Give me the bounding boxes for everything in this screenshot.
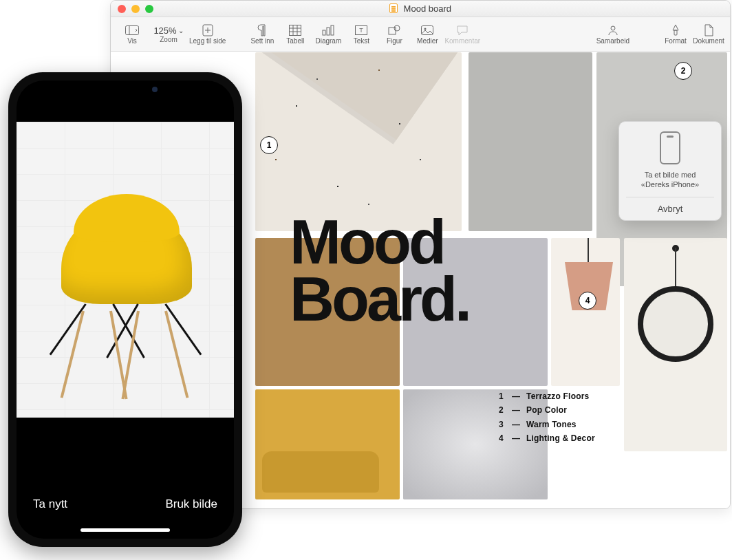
minimize-window-button[interactable]	[131, 5, 140, 13]
legend-row: 2— Pop Color	[499, 403, 616, 417]
plus-page-icon	[201, 23, 215, 37]
brush-icon	[669, 23, 682, 37]
badge-2: 2	[674, 62, 692, 80]
document-label: Dokument	[693, 37, 724, 45]
zoom-value: 125% ⌄	[153, 25, 183, 36]
svg-rect-5	[290, 25, 301, 36]
camera-action-bar: Ta nytt Bruk bilde	[17, 497, 234, 511]
window-title: Mood board	[111, 3, 730, 14]
table-button[interactable]: Tabell	[279, 19, 311, 50]
view-label: Vis	[127, 37, 137, 45]
round-mirror-icon	[638, 286, 713, 362]
pages-doc-icon	[389, 3, 398, 13]
textbox-icon: T	[354, 23, 368, 37]
chart-icon	[321, 23, 335, 37]
view-icon	[125, 23, 139, 37]
legend-label: Lighting & Decor	[526, 431, 595, 445]
tile-sofa[interactable]	[255, 389, 400, 499]
shape-label: Figur	[387, 37, 402, 45]
titlebar: Mood board	[111, 1, 730, 17]
badge-4: 4	[579, 292, 596, 310]
svg-rect-17	[422, 26, 433, 35]
tile-lamp[interactable]	[551, 238, 620, 386]
text-button[interactable]: T Tekst	[345, 19, 377, 50]
legend-row: 3— Warm Tones	[499, 418, 616, 431]
tile-terrazzo[interactable]	[255, 52, 462, 231]
lamp-cord	[588, 238, 589, 263]
mirror-hanger	[675, 248, 676, 288]
add-page-label: Legg til side	[189, 37, 226, 45]
badge-1: 1	[260, 136, 278, 154]
home-indicator[interactable]	[80, 528, 170, 532]
camera-preview[interactable]	[17, 122, 234, 418]
retake-button[interactable]: Ta nytt	[33, 497, 67, 511]
chevron-down-icon: ⌄	[178, 27, 184, 34]
use-photo-button[interactable]: Bruk bilde	[165, 497, 217, 511]
iphone-notch	[74, 80, 177, 98]
collaborate-button[interactable]: Samarbeid	[596, 19, 629, 50]
svg-rect-10	[323, 30, 325, 35]
shape-icon	[387, 23, 401, 37]
collaborate-label: Samarbeid	[596, 37, 629, 45]
legend-list: 1— Terrazzo Floors 2— Pop Color 3— Warm …	[499, 389, 616, 446]
tile-mirror[interactable]	[624, 238, 727, 451]
comment-button[interactable]: Kommentar	[444, 19, 480, 50]
document-button[interactable]: Dokument	[693, 19, 724, 50]
continuity-camera-popover: Ta et bilde med «Dereks iPhone» Avbryt	[618, 121, 722, 221]
svg-rect-12	[331, 25, 334, 35]
zoom-label: Zoom	[160, 36, 177, 43]
legend-label: Terrazzo Floors	[526, 389, 589, 403]
iphone-outline-icon	[660, 131, 680, 164]
iphone-screen: Ta nytt Bruk bilde	[17, 80, 234, 539]
svg-rect-20	[674, 30, 677, 35]
zoom-dropdown[interactable]: 125% ⌄ Zoom	[149, 19, 188, 50]
comment-icon	[455, 23, 469, 37]
shape-button[interactable]: Figur	[378, 19, 410, 50]
toolbar: Vis 125% ⌄ Zoom Legg til side Sett inn	[111, 17, 730, 52]
insert-label: Sett inn	[250, 37, 274, 45]
table-label: Tabell	[286, 37, 304, 45]
traffic-lights	[111, 5, 153, 13]
chart-label: Diagram	[315, 37, 341, 45]
svg-text:T: T	[360, 27, 364, 34]
iphone-device: Ta nytt Bruk bilde	[8, 72, 242, 547]
format-label: Format	[665, 37, 687, 45]
insert-button[interactable]: Sett inn	[246, 19, 278, 50]
close-window-button[interactable]	[118, 5, 126, 13]
media-button[interactable]: Medier	[411, 19, 443, 50]
media-label: Medier	[417, 37, 438, 45]
add-page-button[interactable]: Legg til side	[189, 19, 226, 50]
pilcrow-icon	[255, 23, 269, 37]
legend-label: Warm Tones	[526, 418, 577, 431]
moodboard-heading[interactable]: Mood Board.	[290, 214, 469, 328]
format-button[interactable]: Format	[660, 19, 691, 50]
legend-row: 1— Terrazzo Floors	[499, 389, 616, 403]
legend-row: 4— Lighting & Decor	[499, 431, 616, 445]
legend-label: Pop Color	[526, 403, 567, 417]
text-label: Tekst	[354, 37, 369, 45]
view-button[interactable]: Vis	[116, 19, 148, 50]
svg-rect-11	[327, 28, 330, 35]
svg-point-18	[424, 28, 427, 30]
yellow-chair-photo	[54, 187, 199, 394]
svg-point-19	[611, 26, 615, 30]
heading-line2: Board.	[290, 271, 469, 328]
comment-label: Kommentar	[444, 37, 480, 45]
table-icon	[288, 23, 302, 37]
tile-concrete-1[interactable]	[469, 52, 592, 231]
window-title-text: Mood board	[404, 3, 451, 14]
popover-message: Ta et bilde med «Dereks iPhone»	[626, 170, 714, 197]
collaborate-icon	[606, 23, 620, 37]
document-icon	[702, 23, 715, 37]
svg-point-16	[394, 25, 400, 31]
fullscreen-window-button[interactable]	[145, 5, 153, 13]
heading-line1: Mood	[290, 214, 469, 271]
popover-cancel-button[interactable]: Avbryt	[626, 197, 714, 220]
chart-button[interactable]: Diagram	[312, 19, 344, 50]
media-icon	[420, 23, 434, 37]
